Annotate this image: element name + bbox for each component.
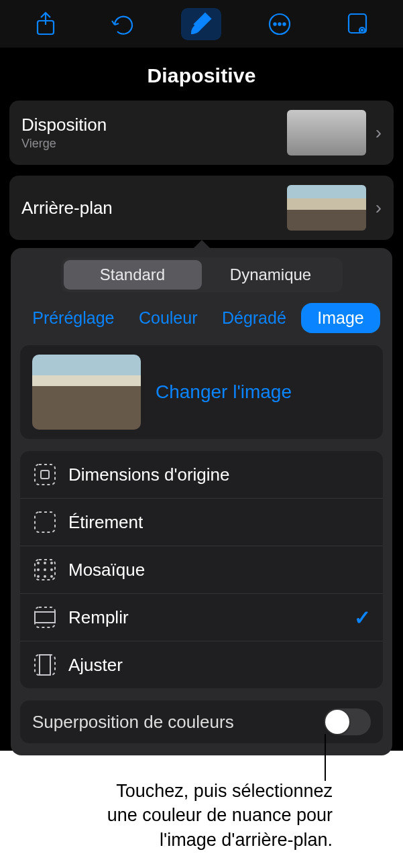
color-overlay-toggle[interactable] (324, 708, 371, 735)
callout-line-3: l'image d'arrière-plan. (51, 828, 333, 852)
callout-leader-line (325, 734, 326, 781)
change-image-row[interactable]: Changer l'image (20, 345, 383, 439)
chevron-right-icon: › (376, 197, 382, 219)
presenter-display-button[interactable] (337, 8, 378, 40)
option-label: Mosaïque (68, 560, 371, 580)
color-overlay-label: Superposition de couleurs (32, 712, 324, 733)
svg-rect-21 (35, 607, 55, 627)
panel-title: Diapositive (9, 48, 394, 101)
svg-rect-10 (35, 512, 55, 532)
paintbrush-icon (188, 11, 215, 38)
svg-point-16 (44, 569, 46, 570)
svg-point-19 (44, 576, 46, 577)
checkmark-icon: ✓ (354, 606, 371, 629)
tab-gradient[interactable]: Dégradé (213, 304, 296, 332)
background-card[interactable]: Arrière-plan › (9, 176, 394, 240)
top-toolbar (0, 0, 403, 48)
callout-line-1: Touchez, puis sélectionnez (51, 779, 333, 803)
option-stretch[interactable]: Étirement (20, 499, 383, 546)
more-button[interactable] (260, 8, 300, 40)
share-button[interactable] (25, 8, 66, 40)
tab-preset[interactable]: Préréglage (23, 304, 123, 332)
option-label: Remplir (68, 607, 354, 628)
svg-point-20 (51, 576, 52, 577)
svg-point-18 (38, 576, 39, 577)
chevron-right-icon: › (376, 122, 382, 143)
undo-icon (111, 13, 136, 36)
image-thumbnail (32, 355, 141, 430)
share-icon (34, 11, 57, 37)
background-label: Arrière-plan (21, 198, 287, 219)
option-original-size[interactable]: Dimensions d'origine (20, 451, 383, 499)
svg-rect-23 (35, 655, 55, 675)
layout-card[interactable]: Disposition Vierge › (9, 101, 394, 165)
fit-icon (32, 652, 58, 678)
tab-image[interactable]: Image (301, 303, 380, 333)
change-image-link[interactable]: Changer l'image (156, 381, 292, 403)
segment-dynamic[interactable]: Dynamique (202, 260, 340, 290)
scale-options-list: Dimensions d'origine Étirement (20, 451, 383, 688)
svg-rect-8 (35, 464, 55, 485)
svg-point-12 (38, 562, 39, 564)
svg-point-15 (38, 569, 39, 570)
fill-icon (32, 605, 58, 630)
layout-thumbnail (287, 110, 366, 156)
tile-icon (32, 557, 58, 582)
svg-rect-9 (41, 471, 49, 479)
original-size-icon (32, 462, 58, 487)
option-fill[interactable]: Remplir ✓ (20, 594, 383, 641)
svg-point-14 (51, 562, 52, 564)
inspector-panel: Diapositive Disposition Vierge › Arrière… (0, 48, 403, 755)
svg-point-17 (51, 569, 52, 570)
stretch-icon (32, 509, 58, 535)
option-label: Dimensions d'origine (68, 464, 371, 485)
svg-point-2 (274, 23, 276, 25)
tab-color[interactable]: Couleur (129, 304, 207, 332)
option-label: Ajuster (68, 655, 371, 676)
svg-point-3 (278, 23, 280, 25)
background-popover: Standard Dynamique Préréglage Couleur Dé… (11, 248, 392, 755)
switch-knob (325, 710, 349, 734)
option-tile[interactable]: Mosaïque (20, 546, 383, 594)
background-thumbnail (287, 185, 366, 231)
option-fit[interactable]: Ajuster (20, 641, 383, 688)
presenter-display-icon (346, 11, 369, 37)
layout-label: Disposition (21, 115, 287, 135)
svg-point-13 (44, 562, 46, 564)
format-button[interactable] (181, 8, 221, 40)
lighting-segmented: Standard Dynamique (61, 257, 343, 292)
svg-rect-24 (40, 655, 50, 675)
fill-type-tabs: Préréglage Couleur Dégradé Image (20, 303, 383, 333)
callout-text: Touchez, puis sélectionnez une couleur d… (51, 779, 333, 852)
svg-point-4 (283, 23, 285, 25)
svg-rect-22 (35, 612, 55, 623)
undo-button[interactable] (103, 8, 143, 40)
ellipsis-circle-icon (268, 12, 292, 36)
layout-subtitle: Vierge (21, 137, 287, 151)
color-overlay-row: Superposition de couleurs (20, 700, 383, 743)
svg-point-7 (361, 29, 363, 30)
segment-standard[interactable]: Standard (64, 260, 202, 290)
option-label: Étirement (68, 512, 371, 533)
callout-line-2: une couleur de nuance pour (51, 803, 333, 827)
